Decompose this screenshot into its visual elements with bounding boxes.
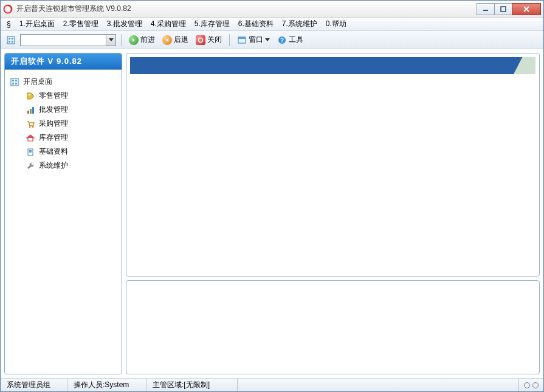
menu-inventory[interactable]: 5.库存管理: [191, 18, 233, 30]
panel-header-band: [130, 57, 535, 74]
svg-point-23: [32, 126, 34, 128]
body-area: 开启软件 V 9.0.82 开启桌面 零售管理 批发管理 采购管理: [1, 49, 543, 378]
status-indicators: [519, 379, 543, 391]
home-icon: [26, 133, 35, 143]
bottom-panel: [126, 280, 540, 374]
svg-rect-5: [12, 38, 13, 40]
stop-icon: [196, 35, 205, 45]
maximize-button[interactable]: [494, 3, 512, 15]
svg-rect-4: [9, 38, 10, 40]
svg-rect-19: [27, 111, 29, 114]
svg-rect-3: [7, 36, 15, 44]
tools-button[interactable]: ? 工具: [275, 33, 306, 46]
close-tab-button[interactable]: 关闭: [193, 33, 224, 46]
sidebar-item-label: 库存管理: [39, 132, 68, 143]
svg-rect-10: [238, 37, 246, 39]
tree-root[interactable]: 开启桌面: [9, 75, 118, 89]
svg-rect-16: [12, 83, 14, 84]
sidebar-item-sysmaint[interactable]: 系统维护: [9, 159, 118, 173]
tools-label: 工具: [289, 35, 303, 45]
svg-rect-7: [12, 41, 13, 43]
window-icon: [237, 35, 247, 45]
sidebar-item-label: 基础资料: [39, 146, 68, 157]
app-icon: [3, 4, 13, 14]
sidebar-item-wholesale[interactable]: 批发管理: [9, 103, 118, 117]
status-operator: 操作人员:System: [67, 379, 146, 391]
status-spacer: [238, 379, 519, 391]
svg-rect-20: [30, 109, 32, 114]
main-panel: [126, 53, 540, 277]
tags-icon: [26, 91, 35, 101]
sidebar-item-label: 系统维护: [39, 160, 68, 171]
svg-rect-27: [29, 153, 32, 153]
sidebar-header: 开启软件 V 9.0.82: [5, 53, 122, 69]
sidebar-item-label: 采购管理: [39, 119, 68, 129]
indicator-icon: [532, 382, 539, 388]
tree-root-label: 开启桌面: [23, 77, 52, 87]
forward-label: 前进: [140, 35, 155, 45]
indicator-icon: [524, 382, 530, 388]
menu-bar: § 1.开启桌面 2.零售管理 3.批发管理 4.采购管理 5.库存管理 6.基…: [1, 18, 543, 31]
sidebar-item-basedata[interactable]: 基础资料: [9, 145, 118, 159]
menu-retail[interactable]: 2.零售管理: [60, 18, 102, 30]
minimize-button[interactable]: [477, 3, 495, 15]
window-controls: [477, 3, 541, 15]
grid-icon: [7, 36, 15, 44]
sidebar-tree: 开启桌面 零售管理 批发管理 采购管理 库存管理: [5, 69, 122, 374]
toolbar-separator: [121, 34, 122, 46]
app-window: 开启普天连锁超市管理系统 V9.0.82 § 1.开启桌面 2.零售管理 3.批…: [0, 0, 544, 392]
status-group: 系统管理员组: [1, 379, 67, 391]
svg-point-18: [29, 94, 30, 95]
help-icon: ?: [277, 35, 287, 45]
svg-rect-15: [15, 80, 17, 81]
doc-icon: [26, 147, 35, 157]
dropdown-arrow-icon: [106, 35, 115, 46]
sidebar-item-inventory[interactable]: 库存管理: [9, 131, 118, 145]
window-title: 开启普天连锁超市管理系统 V9.0.82: [16, 4, 477, 14]
window-menu-button[interactable]: 窗口: [235, 33, 272, 46]
back-label: 后退: [174, 35, 188, 45]
sidebar-item-label: 零售管理: [39, 91, 68, 101]
svg-rect-24: [28, 149, 33, 156]
toolbar-separator: [229, 34, 230, 46]
svg-rect-14: [12, 80, 14, 81]
menu-sysmaint[interactable]: 7.系统维护: [278, 18, 321, 30]
sidebar: 开启软件 V 9.0.82 开启桌面 零售管理 批发管理 采购管理: [4, 53, 122, 374]
desktop-icon: [10, 77, 19, 87]
grid-icon-button[interactable]: [4, 33, 18, 47]
status-region: 主管区域:[无限制]: [146, 379, 238, 391]
sidebar-item-retail[interactable]: 零售管理: [9, 89, 118, 103]
sidebar-item-purchase[interactable]: 采购管理: [9, 117, 118, 131]
sidebar-item-label: 批发管理: [39, 105, 68, 115]
menu-purchase[interactable]: 4.采购管理: [147, 18, 190, 30]
toolbar-combo[interactable]: [20, 34, 116, 46]
toolbar: 前进 后退 关闭 窗口 ? 工具: [1, 31, 543, 49]
menu-basedata[interactable]: 6.基础资料: [235, 18, 277, 30]
menu-help[interactable]: 0.帮助: [322, 18, 350, 30]
svg-text:?: ?: [280, 37, 284, 44]
svg-rect-1: [483, 10, 488, 11]
svg-rect-2: [501, 7, 506, 12]
chevron-down-icon: [265, 38, 270, 41]
svg-rect-26: [29, 151, 32, 152]
menu-desktop[interactable]: 1.开启桌面: [16, 18, 58, 30]
svg-rect-17: [15, 83, 17, 84]
close-tab-label: 关闭: [207, 35, 222, 45]
menu-wholesale[interactable]: 3.批发管理: [103, 18, 146, 30]
menu-section[interactable]: §: [3, 19, 15, 30]
window-menu-label: 窗口: [249, 35, 263, 45]
svg-rect-6: [9, 41, 10, 43]
content-area: [126, 53, 540, 374]
svg-point-8: [199, 38, 203, 42]
forward-icon: [129, 35, 139, 45]
svg-rect-21: [32, 107, 34, 114]
svg-rect-13: [11, 78, 18, 86]
title-bar: 开启普天连锁超市管理系统 V9.0.82: [1, 1, 543, 18]
close-button[interactable]: [512, 3, 541, 15]
bars-icon: [26, 105, 35, 115]
back-button[interactable]: 后退: [160, 33, 191, 46]
status-bar: 系统管理员组 操作人员:System 主管区域:[无限制]: [1, 378, 543, 391]
forward-button[interactable]: 前进: [126, 33, 157, 46]
cart-icon: [26, 119, 35, 129]
svg-rect-25: [29, 150, 32, 151]
